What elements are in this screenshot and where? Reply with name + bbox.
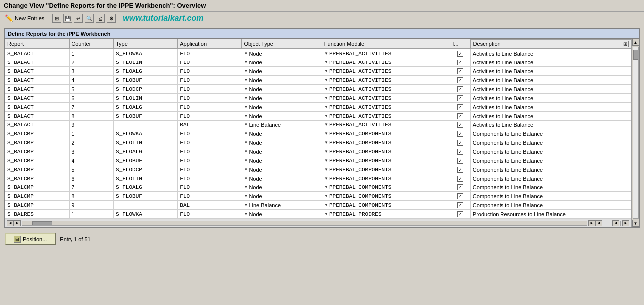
dropdown-arrow-icon[interactable]: ▼ <box>324 185 328 189</box>
dropdown-arrow-icon[interactable]: ▼ <box>244 51 248 56</box>
table-row[interactable]: S_BALCMP4S_FLOBUFFLO▼Node▼PPEREBAL_COMPO… <box>5 156 631 165</box>
cell-object-type[interactable]: ▼Line Balance <box>242 201 322 210</box>
cell-object-type[interactable]: ▼Node <box>242 103 322 112</box>
table-row[interactable]: S_BALCMP5S_FLODCPFLO▼Node▼PPEREBAL_COMPO… <box>5 165 631 174</box>
dropdown-arrow-icon[interactable]: ▼ <box>244 114 248 118</box>
cell-indicator[interactable] <box>450 156 470 165</box>
cell-object-type[interactable]: ▼Node <box>242 174 322 183</box>
checkbox[interactable] <box>457 158 463 164</box>
cell-object-type[interactable]: ▼Node <box>242 156 322 165</box>
dropdown-arrow-icon[interactable]: ▼ <box>244 212 248 216</box>
right-scroll-left[interactable]: ◄ <box>612 220 619 226</box>
checkbox[interactable] <box>457 140 463 146</box>
cell-indicator[interactable] <box>450 129 470 138</box>
table-row[interactable]: S_BALCMP1S_FLOWKAFLO▼Node▼PPEREBAL_COMPO… <box>5 129 631 138</box>
checkbox[interactable] <box>457 60 463 65</box>
checkbox[interactable] <box>457 211 463 217</box>
table-row[interactable]: S_BALCMP9BAL▼Line Balance▼PPEREBAL_COMPO… <box>5 201 631 210</box>
vertical-scrollbar[interactable]: ▲ ▼ <box>631 39 639 227</box>
dropdown-arrow-icon[interactable]: ▼ <box>324 96 328 100</box>
dropdown-arrow-icon[interactable]: ▼ <box>324 122 328 127</box>
checkbox[interactable] <box>457 202 463 208</box>
dropdown-arrow-icon[interactable]: ▼ <box>244 96 248 100</box>
cell-object-type[interactable]: ▼Node <box>242 94 322 103</box>
table-row[interactable]: S_BALRES1S_FLOWKAFLO▼Node▼PPEREBAL_PRODR… <box>5 210 631 219</box>
checkbox[interactable] <box>457 149 463 155</box>
dropdown-arrow-icon[interactable]: ▼ <box>244 185 248 189</box>
dropdown-arrow-icon[interactable]: ▼ <box>324 167 328 172</box>
dropdown-arrow-icon[interactable]: ▼ <box>324 105 328 109</box>
dropdown-arrow-icon[interactable]: ▼ <box>324 131 328 136</box>
cell-function-module[interactable]: ▼PPEREBAL_ACTIVITIES <box>322 112 450 121</box>
cell-function-module[interactable]: ▼PPEREBAL_COMPONENTS <box>322 165 450 174</box>
new-entries-button[interactable]: ✏️ New Entries <box>3 13 46 23</box>
dropdown-arrow-icon[interactable]: ▼ <box>244 158 248 163</box>
h-scroll-left2[interactable]: ◄ <box>595 220 602 226</box>
cell-function-module[interactable]: ▼PPEREBAL_COMPONENTS <box>322 201 450 210</box>
dropdown-arrow-icon[interactable]: ▼ <box>244 69 248 73</box>
col-settings-icon[interactable]: ⊞ <box>622 41 629 47</box>
table-row[interactable]: S_BALACT6S_FLOLINFLO▼Node▼PPEREBAL_ACTIV… <box>5 94 631 103</box>
cell-indicator[interactable] <box>450 49 470 58</box>
checkbox[interactable] <box>457 122 463 128</box>
h-scroll-right[interactable]: ► <box>14 220 21 226</box>
checkbox[interactable] <box>457 184 463 190</box>
dropdown-arrow-icon[interactable]: ▼ <box>324 51 328 56</box>
v-scroll-up[interactable]: ▲ <box>632 39 639 46</box>
cell-indicator[interactable] <box>450 147 470 156</box>
checkbox[interactable] <box>457 51 463 57</box>
cell-function-module[interactable]: ▼PPEREBAL_ACTIVITIES <box>322 76 450 85</box>
table-row[interactable]: S_BALCMP8S_FLOBUFFLO▼Node▼PPEREBAL_COMPO… <box>5 192 631 201</box>
dropdown-arrow-icon[interactable]: ▼ <box>244 78 248 82</box>
copy-icon[interactable]: ⊞ <box>52 14 61 23</box>
cell-object-type[interactable]: ▼Node <box>242 129 322 138</box>
cell-object-type[interactable]: ▼Node <box>242 138 322 147</box>
cell-object-type[interactable]: ▼Node <box>242 49 322 58</box>
cell-object-type[interactable]: ▼Node <box>242 147 322 156</box>
cell-indicator[interactable] <box>450 76 470 85</box>
dropdown-arrow-icon[interactable]: ▼ <box>244 149 248 154</box>
checkbox[interactable] <box>457 86 463 92</box>
cell-object-type[interactable]: ▼Node <box>242 58 322 67</box>
table-row[interactable]: S_BALACT8S_FLOBUFFLO▼Node▼PPEREBAL_ACTIV… <box>5 112 631 121</box>
cell-indicator[interactable] <box>450 174 470 183</box>
cell-indicator[interactable] <box>450 121 470 129</box>
cell-function-module[interactable]: ▼PPEREBAL_ACTIVITIES <box>322 67 450 76</box>
cell-indicator[interactable] <box>450 112 470 121</box>
cell-function-module[interactable]: ▼PPEREBAL_COMPONENTS <box>322 183 450 192</box>
table-row[interactable]: S_BALACT4S_FLOBUFFLO▼Node▼PPEREBAL_ACTIV… <box>5 76 631 85</box>
find-icon[interactable]: 🔍 <box>85 14 94 23</box>
checkbox[interactable] <box>457 131 463 137</box>
cell-function-module[interactable]: ▼PPEREBAL_COMPONENTS <box>322 174 450 183</box>
cell-object-type[interactable]: ▼Node <box>242 76 322 85</box>
position-button[interactable]: ⊟ Position... <box>5 233 56 245</box>
cell-function-module[interactable]: ▼PPEREBAL_COMPONENTS <box>322 156 450 165</box>
cell-function-module[interactable]: ▼PPEREBAL_COMPONENTS <box>322 147 450 156</box>
cell-object-type[interactable]: ▼Node <box>242 67 322 76</box>
dropdown-arrow-icon[interactable]: ▼ <box>244 60 248 64</box>
dropdown-arrow-icon[interactable]: ▼ <box>244 131 248 136</box>
checkbox[interactable] <box>457 193 463 199</box>
cell-indicator[interactable] <box>450 210 470 219</box>
cell-indicator[interactable] <box>450 103 470 112</box>
dropdown-arrow-icon[interactable]: ▼ <box>324 194 328 198</box>
dropdown-arrow-icon[interactable]: ▼ <box>244 105 248 109</box>
v-scroll-track[interactable] <box>633 47 639 219</box>
dropdown-arrow-icon[interactable]: ▼ <box>244 203 248 207</box>
cell-function-module[interactable]: ▼PPEREBAL_ACTIVITIES <box>322 58 450 67</box>
table-row[interactable]: S_BALACT5S_FLODCPFLO▼Node▼PPEREBAL_ACTIV… <box>5 85 631 94</box>
table-row[interactable]: S_BALCMP7S_FLOALGFLO▼Node▼PPEREBAL_COMPO… <box>5 183 631 192</box>
save-icon[interactable]: 💾 <box>63 14 72 23</box>
cell-indicator[interactable] <box>450 183 470 192</box>
cell-indicator[interactable] <box>450 165 470 174</box>
config-icon[interactable]: ⚙ <box>107 14 116 23</box>
cell-indicator[interactable] <box>450 94 470 103</box>
cell-object-type[interactable]: ▼Node <box>242 183 322 192</box>
cell-function-module[interactable]: ▼PPEREBAL_PRODRES <box>322 210 450 219</box>
checkbox[interactable] <box>457 176 463 182</box>
v-scroll-down[interactable]: ▼ <box>632 220 639 227</box>
dropdown-arrow-icon[interactable]: ▼ <box>244 140 248 145</box>
table-row[interactable]: S_BALCMP6S_FLOLINFLO▼Node▼PPEREBAL_COMPO… <box>5 174 631 183</box>
checkbox[interactable] <box>457 95 463 101</box>
cell-object-type[interactable]: ▼Node <box>242 112 322 121</box>
